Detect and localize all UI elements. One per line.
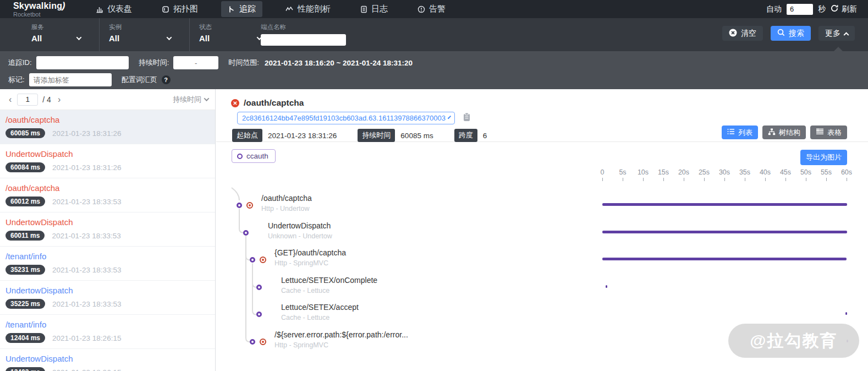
list-icon: [727, 128, 735, 137]
trace-list-item[interactable]: /tenant/info12404 ms2021-01-23 18:26:15: [0, 315, 215, 349]
start-value: 2021-01-23 18:31:26: [268, 132, 337, 140]
span-duration-bar[interactable]: [602, 258, 847, 260]
span-name: {GET}/oauth/captcha: [274, 248, 346, 257]
duration-badge: 60084 ms: [6, 162, 45, 172]
time-range-value: 2021-01-23 18:16:20 ~ 2021-01-24 18:31:2…: [265, 59, 413, 67]
span-node-icon[interactable]: [237, 203, 242, 208]
prev-page-button[interactable]: ‹: [7, 95, 14, 105]
trace-name: /oauth/captcha: [6, 115, 210, 124]
trace-list-item[interactable]: UndertowDispatch60084 ms2021-01-23 18:31…: [0, 144, 215, 178]
endpoint-input[interactable]: [261, 34, 346, 46]
span-node-icon[interactable]: [243, 230, 249, 236]
nav-item-1[interactable]: 拓扑图: [155, 1, 205, 17]
refresh-button[interactable]: 刷新: [831, 4, 857, 14]
page-input[interactable]: [17, 94, 38, 106]
trace-time: 2021-01-23 18:33:53: [52, 300, 121, 308]
trace-name: /tenant/info: [6, 252, 210, 261]
view-mode-label: 列表: [738, 128, 752, 138]
duration-badge: 持续时间: [358, 129, 395, 142]
axis-tick-mark: [847, 178, 847, 181]
axis-tick-mark: [826, 178, 827, 181]
more-button[interactable]: 更多: [818, 26, 855, 41]
span-component: Cache - Lettuce: [281, 287, 329, 294]
nav-item-label: 日志: [371, 4, 388, 14]
trace-list-item[interactable]: UndertowDispatch35225 ms2021-01-23 18:33…: [0, 281, 215, 315]
table-icon: [816, 128, 824, 137]
nav-item-0[interactable]: 仪表盘: [89, 1, 139, 17]
nav-item-label: 追踪: [239, 4, 256, 14]
nav-item-label: 性能剖析: [298, 4, 331, 14]
start-badge: 起始点: [232, 129, 262, 142]
duration-input[interactable]: [173, 56, 218, 69]
span-node-icon[interactable]: [250, 257, 255, 263]
endpoint-filter: 端点名称: [261, 23, 346, 46]
trace-time: 2021-01-23 18:31:26: [52, 129, 121, 138]
trace-list-item[interactable]: UndertowDispatch60011 ms2021-01-23 18:33…: [0, 212, 215, 247]
copy-clipboard-icon[interactable]: [463, 112, 471, 124]
refresh-icon: [831, 4, 838, 14]
sort-control[interactable]: 持续时间: [173, 95, 208, 105]
clear-button[interactable]: 清空: [722, 26, 763, 41]
span-node-icon[interactable]: [256, 312, 262, 317]
trace-list-item[interactable]: /oauth/captcha60085 ms2021-01-23 18:31:2…: [0, 110, 215, 144]
nav-menu: 仪表盘拓扑图追踪性能剖析日志告警: [89, 1, 452, 17]
axis-tick-mark: [785, 178, 786, 181]
span-name: UndertowDispatch: [268, 221, 331, 230]
help-icon[interactable]: ?: [162, 75, 171, 84]
nav-item-5[interactable]: 告警: [411, 1, 452, 17]
trace-name: UndertowDispatch: [6, 217, 210, 227]
trace-list-item[interactable]: /oauth/captcha60012 ms2021-01-23 18:33:5…: [0, 178, 215, 212]
span-component: Http - Undertow: [261, 205, 310, 212]
axis-tick-label: 35s: [739, 168, 750, 176]
axis-tick-mark: [724, 178, 725, 181]
service-tag-ccauth[interactable]: ccauth: [232, 149, 276, 163]
span-row-0[interactable]: /oauth/captchaHttp - Undertow: [216, 192, 868, 218]
export-image-button[interactable]: 导出为图片: [800, 150, 847, 165]
tag-input[interactable]: [29, 73, 112, 86]
nav-item-label: 拓扑图: [173, 4, 198, 14]
filter-actions: 清空 搜索 更多: [722, 26, 855, 41]
app-logo: Skywalking) Rocketbot: [13, 1, 74, 18]
nav-item-3[interactable]: 性能剖析: [279, 1, 337, 17]
search-button[interactable]: 搜索: [771, 26, 811, 41]
view-mode-2[interactable]: 表格: [810, 126, 847, 139]
auto-interval-input[interactable]: [787, 4, 813, 15]
span-row-1[interactable]: UndertowDispatchUnknown - Undertow: [216, 219, 868, 245]
span-node-icon[interactable]: [250, 339, 255, 345]
glossary-label: 配置词汇页: [122, 75, 157, 85]
nav-item-4[interactable]: 日志: [354, 1, 394, 17]
next-page-button[interactable]: ›: [56, 95, 63, 105]
axis-tick-label: 30s: [719, 168, 730, 176]
span-duration-bar[interactable]: [606, 285, 607, 288]
duration-label: 持续时间:: [139, 58, 169, 68]
trace-list-item[interactable]: /tenant/info35231 ms2021-01-23 18:33:53: [0, 247, 215, 281]
view-mode-0[interactable]: 列表: [722, 126, 758, 139]
more-filters-panel: 追踪ID: 持续时间: 时间范围: 2021-01-23 18:16:20 ~ …: [0, 51, 868, 89]
logo-title: Skywalking: [13, 1, 62, 10]
span-node-icon[interactable]: [256, 285, 262, 290]
trace-list-item[interactable]: UndertowDispatch12403 ms2021-01-23 18:26…: [0, 349, 215, 371]
alarm-icon: [417, 6, 425, 13]
spans-value: 6: [483, 132, 487, 140]
span-row-2[interactable]: {GET}/oauth/captchaHttp - SpringMVC: [216, 246, 868, 272]
trace-id-select[interactable]: 2c83616124bb47e895fd19103cb603ad.63.1611…: [237, 112, 455, 124]
error-circle-x-icon: ✕: [231, 99, 239, 107]
span-duration-bar[interactable]: [845, 312, 847, 315]
nav-item-2[interactable]: 追踪: [221, 1, 262, 17]
trace-time: 2021-01-23 18:26:15: [52, 334, 121, 342]
filter-value-dropdown[interactable]: All: [199, 34, 270, 43]
filter-value-dropdown[interactable]: All: [109, 34, 180, 43]
view-mode-1[interactable]: 树结构: [762, 126, 806, 139]
span-row-3[interactable]: Lettuce/SETEX/onCompleteCache - Lettuce: [216, 274, 868, 300]
chevron-down-icon: [167, 35, 172, 40]
filter-value-dropdown[interactable]: All: [31, 34, 90, 43]
trace-name: UndertowDispatch: [6, 354, 210, 363]
trace-id-value: 2c83616124bb47e895fd19103cb603ad.63.1611…: [242, 114, 446, 122]
span-duration-bar[interactable]: [602, 231, 847, 233]
trace-id-input[interactable]: [36, 56, 129, 69]
axis-tick-label: 0: [601, 168, 605, 176]
axis-tick-mark: [623, 178, 623, 181]
span-duration-bar[interactable]: [602, 203, 847, 206]
trace-list-items: /oauth/captcha60085 ms2021-01-23 18:31:2…: [0, 110, 215, 371]
filter-select-1: 实例All: [99, 18, 180, 51]
